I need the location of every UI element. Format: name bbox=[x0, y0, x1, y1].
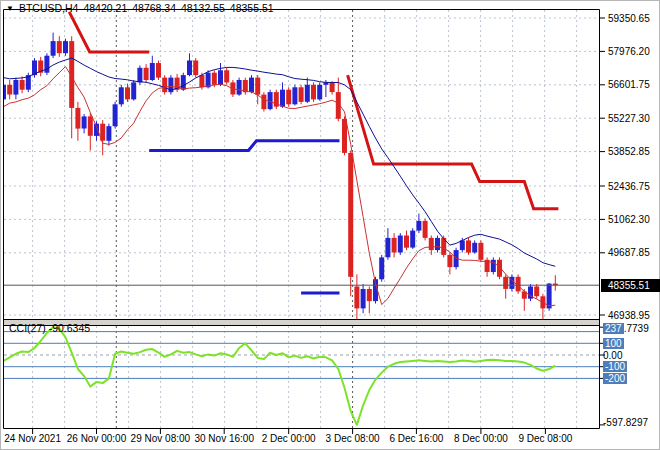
symbol-period-label: BTCUSD,H4 bbox=[19, 2, 79, 14]
cci-axis-label: -100 bbox=[603, 361, 627, 372]
time-axis[interactable]: 24 Nov 202126 Nov 00:0029 Nov 08:0030 No… bbox=[1, 430, 660, 450]
ohlc-high: 48768.34 bbox=[132, 2, 176, 14]
cci-axis-label: 100 bbox=[603, 338, 624, 349]
trend-step-lines bbox=[69, 12, 558, 293]
cci-axis-label: -597.8297 bbox=[603, 417, 648, 428]
time-axis-label: 9 Dec 08:00 bbox=[518, 433, 572, 444]
cci-level-badge: -100 bbox=[603, 361, 627, 372]
time-axis-label: 30 Nov 16:00 bbox=[194, 433, 254, 444]
cci-level-badge: -200 bbox=[603, 373, 627, 384]
time-axis-label: 2 Dec 00:00 bbox=[262, 433, 316, 444]
time-axis-label: 26 Nov 00:00 bbox=[67, 433, 127, 444]
price-chart-canvas[interactable] bbox=[1, 1, 660, 450]
cci-name: CCI(27) bbox=[9, 322, 46, 334]
ohlc-open: 48420.21 bbox=[83, 2, 127, 14]
cci-axis-label: 0.00 bbox=[603, 350, 622, 361]
time-axis-label: 24 Nov 2021 bbox=[4, 433, 61, 444]
cci-line bbox=[4, 327, 556, 425]
cci-indicator-label: CCI(27) -90.6345 bbox=[9, 322, 90, 334]
cci-level-badge: 100 bbox=[603, 338, 624, 349]
time-axis-label: 29 Nov 08:00 bbox=[131, 433, 191, 444]
chart-window: ▼BTCUSD,H448420.2148768.3448132.5548355.… bbox=[0, 0, 660, 450]
cci-axis-label: 237.7739 bbox=[603, 323, 649, 334]
ohlc-low: 48132.55 bbox=[181, 2, 225, 14]
time-axis-label: 8 Dec 00:00 bbox=[454, 433, 508, 444]
time-axis-label: 3 Dec 08:00 bbox=[326, 433, 380, 444]
time-axis-label: 6 Dec 16:00 bbox=[389, 433, 443, 444]
chart-title: ▼BTCUSD,H448420.2148768.3448132.5548355.… bbox=[6, 2, 279, 15]
ohlc-close: 48355.51 bbox=[230, 2, 274, 14]
candles bbox=[1, 33, 558, 320]
cci-level-badge: 237 bbox=[603, 323, 624, 334]
cci-axis-label: -200 bbox=[603, 373, 627, 384]
symbol-dropdown-icon[interactable]: ▼ bbox=[6, 4, 14, 13]
cci-value: -90.6345 bbox=[49, 322, 90, 334]
cci-axis[interactable]: 237.77391000.00-100-200-597.8297 bbox=[601, 1, 660, 450]
